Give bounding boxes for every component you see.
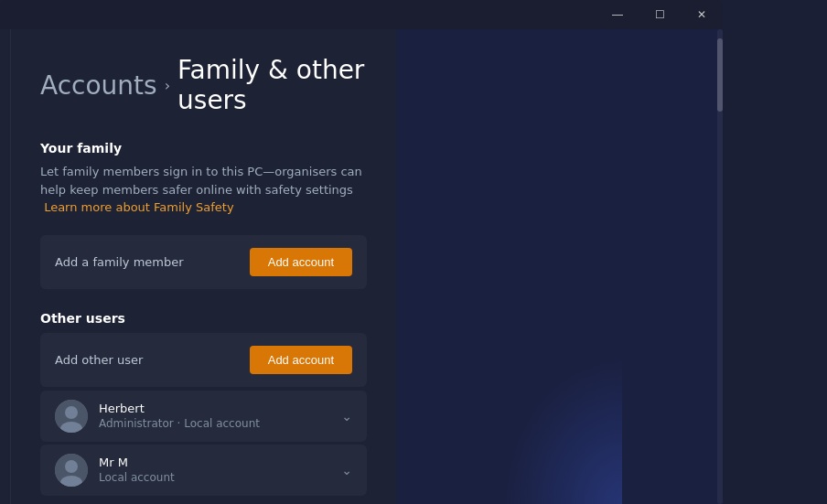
user-row-herbert[interactable]: Herbert Administrator · Local account ⌄	[40, 391, 367, 442]
add-other-user-card: Add other user Add account	[40, 333, 367, 387]
user-sub-herbert: Administrator · Local account	[99, 417, 260, 430]
scrollbar-thumb	[717, 38, 723, 112]
close-button[interactable]: ✕	[681, 0, 723, 29]
learn-more-link[interactable]: Learn more about Family Safety	[44, 200, 233, 214]
breadcrumb-accounts[interactable]: Accounts	[40, 70, 157, 101]
add-family-row: Add a family member Add account	[40, 235, 367, 289]
user-row-mrm[interactable]: Mr M Local account ⌄	[40, 445, 367, 496]
user-info-mrm: Mr M Local account	[99, 456, 175, 484]
breadcrumb-separator: ›	[165, 77, 170, 94]
add-other-user-label: Add other user	[55, 353, 143, 367]
add-other-user-row: Add other user Add account	[40, 333, 367, 387]
user-sub-mrm: Local account	[99, 471, 175, 484]
your-family-title: Your family	[40, 141, 367, 155]
your-family-section: Your family Let family members sign in t…	[40, 141, 367, 289]
chevron-mrm: ⌄	[341, 463, 352, 477]
sidebar	[0, 29, 11, 504]
minimize-button[interactable]: —	[596, 0, 639, 29]
svg-point-1	[65, 406, 78, 419]
user-name-herbert: Herbert	[99, 402, 260, 415]
user-name-mrm: Mr M	[99, 456, 175, 469]
scrollbar-track[interactable]	[717, 29, 723, 504]
settings-window: — ☐ ✕ Accounts › Family & other users Yo…	[0, 0, 723, 504]
add-other-account-button[interactable]: Add account	[250, 346, 352, 374]
add-family-label: Add a family member	[55, 255, 184, 269]
maximize-button[interactable]: ☐	[639, 0, 681, 29]
user-info-herbert: Herbert Administrator · Local account	[99, 402, 260, 430]
main-content: Accounts › Family & other users Your fam…	[11, 29, 396, 504]
user-left-mrm: Mr M Local account	[55, 454, 175, 487]
titlebar: — ☐ ✕	[0, 0, 723, 29]
breadcrumb: Accounts › Family & other users	[40, 55, 367, 115]
avatar-herbert	[55, 400, 88, 433]
user-left-herbert: Herbert Administrator · Local account	[55, 400, 260, 433]
other-users-section: Other users Add other user Add account	[40, 311, 367, 496]
content-area: Accounts › Family & other users Your fam…	[0, 29, 723, 504]
chevron-herbert: ⌄	[341, 409, 352, 424]
page-title: Family & other users	[177, 55, 367, 115]
right-panel	[396, 29, 723, 504]
add-family-account-button[interactable]: Add account	[250, 248, 352, 276]
family-description: Let family members sign in to this PC—or…	[40, 163, 367, 217]
other-users-title: Other users	[40, 311, 367, 326]
avatar-mrm	[55, 454, 88, 487]
add-family-card: Add a family member Add account	[40, 235, 367, 289]
svg-point-4	[65, 460, 78, 473]
